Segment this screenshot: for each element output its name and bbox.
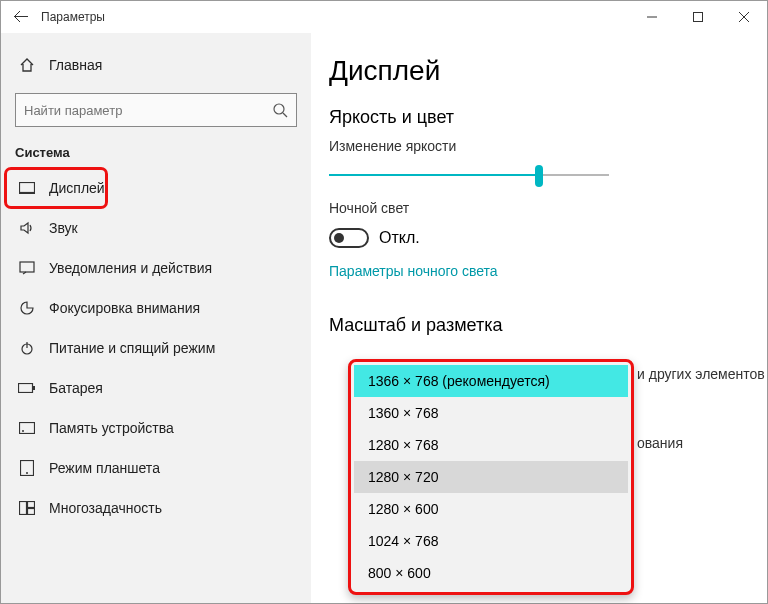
cut-link-scaling[interactable]: ования — [637, 435, 683, 451]
resolution-option[interactable]: 1280 × 600 — [354, 493, 628, 525]
svg-point-16 — [26, 472, 28, 474]
svg-rect-12 — [33, 386, 35, 390]
svg-point-4 — [274, 104, 284, 114]
nightlight-settings-link[interactable]: Параметры ночного света — [329, 263, 498, 279]
resolution-option[interactable]: 1366 × 768 (рекомендуется) — [354, 365, 628, 397]
sidebar-item-battery[interactable]: Батарея — [1, 368, 311, 408]
sidebar-item-focus[interactable]: Фокусировка внимания — [1, 288, 311, 328]
search-input[interactable] — [24, 103, 272, 118]
brightness-label: Изменение яркости — [329, 138, 767, 154]
brightness-slider[interactable] — [329, 174, 609, 176]
notifications-icon — [15, 261, 39, 275]
svg-rect-19 — [28, 509, 35, 515]
sidebar-item-display[interactable]: Дисплей — [5, 168, 107, 208]
svg-rect-13 — [20, 423, 35, 434]
svg-rect-8 — [20, 262, 34, 272]
home-icon — [15, 57, 39, 73]
sidebar-item-notifications[interactable]: Уведомления и действия — [1, 248, 311, 288]
sidebar: Главная Система Дисплей Звук — [1, 33, 311, 603]
nightlight-toggle[interactable] — [329, 228, 369, 248]
sound-icon — [15, 220, 39, 236]
window-title: Параметры — [33, 10, 629, 24]
titlebar: 🡠 Параметры — [1, 1, 767, 33]
toggle-knob — [334, 233, 344, 243]
sidebar-item-label: Батарея — [39, 380, 103, 396]
sidebar-item-label: Фокусировка внимания — [39, 300, 200, 316]
resolution-option[interactable]: 800 × 600 — [354, 557, 628, 589]
sidebar-section-heading: Система — [1, 145, 311, 168]
sidebar-item-label: Многозадачность — [39, 500, 162, 516]
battery-icon — [15, 383, 39, 393]
page-title: Дисплей — [329, 55, 767, 87]
search-input-wrapper[interactable] — [15, 93, 297, 127]
slider-fill — [329, 174, 539, 176]
cut-text-elements: и других элементов — [637, 366, 765, 382]
toggle-state-label: Откл. — [379, 229, 420, 247]
section-brightness: Яркость и цвет — [329, 107, 767, 128]
sidebar-item-storage[interactable]: Память устройства — [1, 408, 311, 448]
svg-rect-17 — [20, 502, 27, 515]
svg-line-5 — [283, 113, 287, 117]
sidebar-item-label: Дисплей — [39, 180, 105, 196]
resolution-option[interactable]: 1280 × 720 — [354, 461, 628, 493]
sidebar-item-power[interactable]: Питание и спящий режим — [1, 328, 311, 368]
slider-thumb[interactable] — [535, 165, 543, 187]
sidebar-item-tablet[interactable]: Режим планшета — [1, 448, 311, 488]
sidebar-home[interactable]: Главная — [1, 45, 311, 85]
search-icon — [272, 102, 288, 118]
resolution-option[interactable]: 1024 × 768 — [354, 525, 628, 557]
maximize-button[interactable] — [675, 1, 721, 33]
sidebar-item-label: Уведомления и действия — [39, 260, 212, 276]
nightlight-label: Ночной свет — [329, 200, 767, 216]
focus-icon — [15, 300, 39, 316]
tablet-icon — [15, 460, 39, 476]
sidebar-item-label: Память устройства — [39, 420, 174, 436]
power-icon — [15, 340, 39, 356]
storage-icon — [15, 422, 39, 434]
svg-rect-6 — [20, 183, 35, 193]
sidebar-item-label: Главная — [39, 57, 102, 73]
section-scale: Масштаб и разметка — [329, 315, 767, 336]
close-button[interactable] — [721, 1, 767, 33]
back-button[interactable]: 🡠 — [9, 8, 33, 26]
minimize-button[interactable] — [629, 1, 675, 33]
sidebar-item-label: Питание и спящий режим — [39, 340, 215, 356]
display-icon — [15, 182, 39, 194]
resolution-option[interactable]: 1280 × 768 — [354, 429, 628, 461]
sidebar-item-label: Звук — [39, 220, 78, 236]
sidebar-item-multitask[interactable]: Многозадачность — [1, 488, 311, 528]
multitask-icon — [15, 501, 39, 515]
sidebar-item-sound[interactable]: Звук — [1, 208, 311, 248]
svg-rect-18 — [28, 502, 35, 508]
svg-rect-1 — [694, 13, 703, 22]
sidebar-item-label: Режим планшета — [39, 460, 160, 476]
svg-rect-11 — [19, 384, 33, 393]
svg-point-14 — [22, 430, 24, 432]
resolution-option[interactable]: 1360 × 768 — [354, 397, 628, 429]
resolution-dropdown-open[interactable]: 1366 × 768 (рекомендуется) 1360 × 768 12… — [348, 359, 634, 595]
